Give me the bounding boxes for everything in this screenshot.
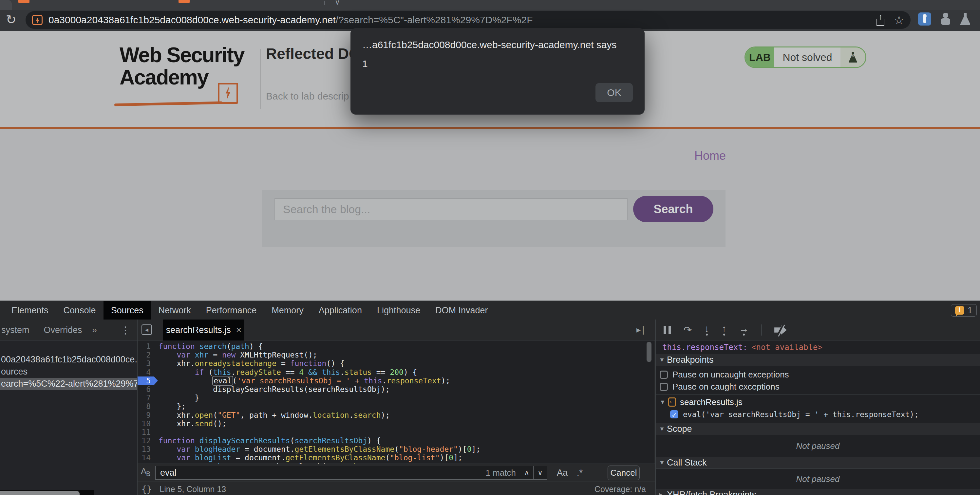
cancel-button[interactable]: Cancel [608, 465, 640, 480]
editor-find-bar: AB 1 match ∧ ∨ Aa .* Cancel [138, 463, 655, 482]
code-line-14[interactable]: 14 var blogList = document.getElementsBy… [138, 454, 654, 462]
devtools-tab-lighthouse[interactable]: Lighthouse [369, 301, 428, 319]
deactivate-breakpoints-icon[interactable] [774, 325, 787, 335]
open-file-panel-icon[interactable]: ▸❘ [636, 325, 646, 335]
blog-search-button[interactable]: Search [633, 196, 713, 222]
devtools-tab-sources[interactable]: Sources [103, 301, 151, 319]
file-tab-searchresults[interactable]: searchResults.js × [163, 319, 244, 341]
watch-expression-row[interactable]: this.responseText: <not available> [656, 341, 980, 354]
line-number[interactable]: 14 [138, 454, 154, 462]
flask-x-mark: × [851, 53, 854, 58]
devtools-tab-performance[interactable]: Performance [199, 301, 264, 319]
code-line-2[interactable]: 2 var xhr = new XMLHttpRequest(); [138, 351, 654, 359]
home-link[interactable]: Home [694, 149, 726, 163]
step-into-icon[interactable]: ↓ [704, 324, 709, 336]
navigator-tab-filesystem[interactable]: system [0, 325, 31, 335]
bookmark-star-icon[interactable]: ☆ [894, 13, 904, 27]
editor-scrollbar[interactable] [647, 342, 651, 362]
line-number[interactable]: 2 [138, 351, 154, 359]
line-number[interactable]: 4 [138, 368, 154, 376]
code-line-10[interactable]: 10 xhr.send(); [138, 419, 654, 428]
code-line-3[interactable]: 3 xhr.onreadystatechange = function() { [138, 359, 654, 368]
navigator-tab-overrides[interactable]: Overrides [43, 325, 84, 335]
find-input[interactable] [156, 468, 486, 478]
call-stack-section-header[interactable]: ▼ Call Stack [656, 457, 980, 469]
regex-button[interactable]: .* [577, 468, 583, 478]
pretty-print-icon[interactable]: {} [142, 484, 152, 494]
breakpoint-file-row[interactable]: ▼ searchResults.js [656, 396, 980, 408]
line-number[interactable]: 7 [138, 393, 154, 402]
debugger-toolbar: ↷ ↓ ↑ → [656, 319, 980, 341]
code-line-5[interactable]: 5 eval('var searchResultsObj = ' + this.… [138, 376, 654, 385]
code-line-9[interactable]: 9 xhr.open("GET", path + window.location… [138, 411, 654, 419]
browser-tab-fragment[interactable] [0, 0, 12, 10]
devtools-tab-network[interactable]: Network [151, 301, 199, 319]
tab-favicon-icon[interactable] [178, 0, 189, 3]
line-number[interactable]: 10 [138, 419, 154, 428]
breakpoint-checkbox[interactable]: ✓ [670, 410, 678, 418]
line-number[interactable]: 6 [138, 385, 154, 393]
tree-item-folder[interactable]: ources [0, 366, 137, 378]
line-number[interactable]: 1 [138, 342, 154, 351]
issues-counter[interactable]: 1 [951, 304, 977, 317]
line-number[interactable]: 9 [138, 411, 154, 419]
next-match-icon[interactable]: ∨ [534, 468, 547, 477]
code-line-12[interactable]: 12function displaySearchResults(searchRe… [138, 436, 654, 445]
devtools-tab-memory[interactable]: Memory [264, 301, 311, 319]
blog-search-input[interactable] [274, 198, 628, 221]
close-icon[interactable]: × [236, 325, 242, 335]
xhr-breakpoints-section-header[interactable]: ▶ XHR/fetch Breakpoints [656, 489, 980, 495]
replace-toggle-icon[interactable]: AB [138, 466, 155, 479]
step-icon[interactable]: → [739, 324, 749, 336]
code-line-1[interactable]: 1function search(path) { [138, 342, 654, 351]
web-security-academy-logo[interactable]: Web Security Academy [119, 44, 257, 126]
extension-robot-icon[interactable] [939, 13, 953, 25]
burp-extension-icon[interactable] [918, 13, 931, 25]
code-line-4[interactable]: 4 if (this.readyState == 4 && this.statu… [138, 368, 654, 376]
step-over-icon[interactable]: ↷ [684, 326, 692, 334]
line-number[interactable]: 3 [138, 359, 154, 368]
pause-script-icon[interactable] [663, 326, 671, 334]
devtools-tab-application[interactable]: Application [311, 301, 369, 319]
url-text[interactable]: 0a3000a20438a61fc1b25dac008d00ce.web-sec… [48, 14, 867, 25]
orange-divider [0, 127, 980, 129]
devtools-tab-console[interactable]: Console [56, 301, 103, 319]
chevron-down-icon[interactable]: ∨ [335, 0, 340, 6]
line-number[interactable]: 11 [138, 428, 154, 436]
lab-flask-icon[interactable] [960, 13, 970, 25]
devtools-tab-dom-invader[interactable]: DOM Invader [428, 301, 496, 319]
code-line-7[interactable]: 7 } [138, 393, 654, 402]
code-line-6[interactable]: 6 displaySearchResults(searchResultsObj)… [138, 385, 654, 393]
kebab-menu-icon[interactable]: ⋮ [121, 324, 130, 336]
pause-uncaught-row[interactable]: Pause on uncaught exceptions [656, 369, 980, 381]
pause-uncaught-checkbox[interactable] [660, 371, 668, 379]
breakpoint-entry-row[interactable]: ✓ eval('var searchResultsObj = ' + this.… [656, 408, 980, 420]
navigator-more-tabs-icon[interactable]: » [92, 325, 97, 335]
devtools-tab-elements[interactable]: Elements [4, 301, 56, 319]
tree-item-domain[interactable]: 00a20438a61fc1b25dac008d00ce.web [0, 354, 137, 366]
previous-match-icon[interactable]: ∧ [520, 468, 533, 477]
tab-favicon-icon[interactable] [18, 0, 29, 3]
pause-caught-row[interactable]: Pause on caught exceptions [656, 381, 980, 393]
share-icon[interactable]: ↑ [876, 14, 886, 26]
line-number[interactable]: 13 [138, 445, 154, 454]
alert-ok-button[interactable]: OK [595, 83, 633, 102]
breakpoints-section-header[interactable]: ▼ Breakpoints [656, 354, 980, 366]
tab-divider [324, 1, 325, 5]
line-number[interactable]: 8 [138, 402, 154, 411]
code-editor[interactable]: 1function search(path) {2 var xhr = new … [138, 341, 654, 463]
match-case-button[interactable]: Aa [557, 468, 568, 478]
code-line-8[interactable]: 8 }; [138, 402, 654, 411]
url-bar[interactable]: 0a3000a20438a61fc1b25dac008d00ce.web-sec… [25, 11, 910, 29]
pause-caught-checkbox[interactable] [660, 383, 668, 391]
hide-navigator-icon[interactable]: ◂ [142, 324, 152, 335]
back-to-lab-link[interactable]: Back to lab descrip [266, 91, 349, 102]
code-line-11[interactable]: 11 [138, 428, 654, 436]
scope-section-header[interactable]: ▼ Scope [656, 423, 980, 435]
code-line-13[interactable]: 13 var blogHeader = document.getElements… [138, 445, 654, 454]
execution-line-marker[interactable]: 5 [138, 376, 154, 385]
reload-icon[interactable]: ↻ [4, 13, 18, 27]
step-out-icon[interactable]: ↑ [722, 324, 727, 336]
line-number[interactable]: 12 [138, 436, 154, 445]
tree-item-file[interactable]: earch=%5C%22-alert%281%29%7D% [0, 378, 137, 390]
